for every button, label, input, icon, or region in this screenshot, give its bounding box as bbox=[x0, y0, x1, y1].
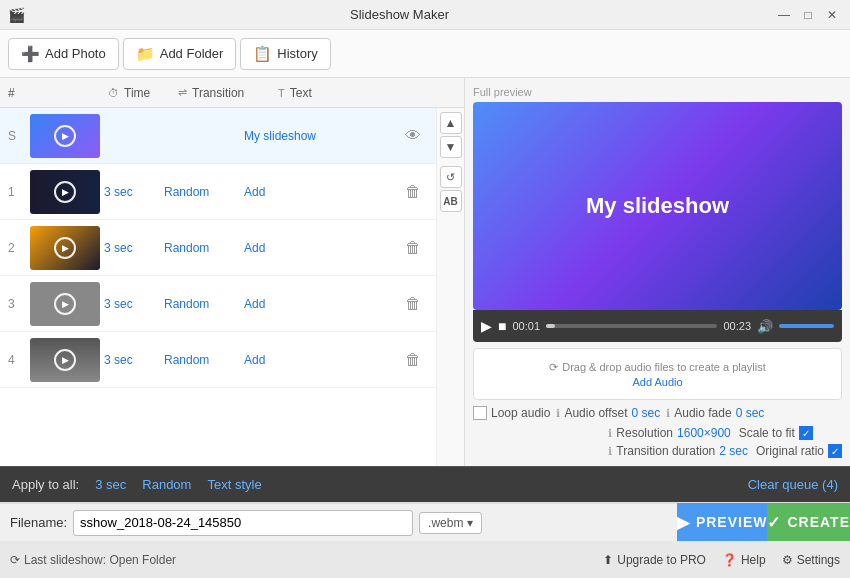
col-header-num: # bbox=[8, 86, 38, 100]
upgrade-to-pro-button[interactable]: ⬆ Upgrade to PRO bbox=[603, 553, 706, 567]
scale-to-fit-checkbox[interactable]: ✓ bbox=[799, 426, 813, 440]
original-ratio-checkbox[interactable]: ✓ bbox=[828, 444, 842, 458]
apply-label: Apply to all: bbox=[12, 477, 79, 492]
apply-bar: Apply to all: 3 sec Random Text style Cl… bbox=[0, 466, 850, 502]
slide-time[interactable]: 3 sec bbox=[104, 241, 164, 255]
ab-icon-button[interactable]: AB bbox=[440, 190, 462, 212]
create-label: CREATE bbox=[787, 514, 850, 530]
audio-offset-value[interactable]: 0 sec bbox=[632, 406, 661, 420]
settings-button[interactable]: ⚙ Settings bbox=[782, 553, 840, 567]
window-controls: — □ ✕ bbox=[774, 5, 842, 25]
text-header-icon: T bbox=[278, 87, 285, 99]
audio-drag-text: ⟳ Drag & drop audio files to create a pl… bbox=[549, 361, 766, 374]
toolbar: ➕ Add Photo 📁 Add Folder 📋 History bbox=[0, 30, 850, 78]
ext-dropdown-icon: ▾ bbox=[467, 516, 473, 530]
audio-fade-value[interactable]: 0 sec bbox=[736, 406, 765, 420]
status-bar: ⟳ Last slideshow: Open Folder ⬆ Upgrade … bbox=[0, 540, 850, 578]
preview-title: My slideshow bbox=[586, 193, 729, 219]
loop-audio-checkbox[interactable] bbox=[473, 406, 487, 420]
transition-duration-info-icon[interactable]: ℹ bbox=[608, 445, 612, 458]
slide-transition[interactable]: Random bbox=[164, 185, 244, 199]
delete-slide-icon[interactable]: 🗑 bbox=[398, 351, 428, 369]
minimize-button[interactable]: — bbox=[774, 5, 794, 25]
slide-transition[interactable]: Random bbox=[164, 353, 244, 367]
move-up-button[interactable]: ▲ bbox=[440, 112, 462, 134]
slide-text[interactable]: My slideshow bbox=[244, 129, 398, 143]
slide-preview-icon[interactable]: 👁 bbox=[398, 127, 428, 145]
slide-number: 4 bbox=[8, 353, 30, 367]
slide-thumbnail: ▶ bbox=[30, 282, 100, 326]
resolution-value[interactable]: 1600×900 bbox=[677, 426, 731, 440]
resolution-info-icon[interactable]: ℹ bbox=[608, 427, 612, 440]
slide-text[interactable]: Add bbox=[244, 353, 398, 367]
action-buttons: ▶ PREVIEW ✓ CREATE bbox=[677, 503, 850, 541]
volume-icon[interactable]: 🔊 bbox=[757, 319, 773, 334]
progress-bar[interactable] bbox=[546, 324, 717, 328]
history-button[interactable]: 📋 History bbox=[240, 38, 330, 70]
preview-container: My slideshow ▶ ■ 00:01 00:23 🔊 bbox=[473, 102, 842, 342]
slide-text[interactable]: Add bbox=[244, 241, 398, 255]
slide-text[interactable]: Add bbox=[244, 185, 398, 199]
volume-bar[interactable] bbox=[779, 324, 834, 328]
app-icon: 🎬 bbox=[8, 7, 25, 23]
slide-time[interactable]: 3 sec bbox=[104, 185, 164, 199]
help-button[interactable]: ❓ Help bbox=[722, 553, 766, 567]
audio-drag-icon: ⟳ bbox=[549, 361, 558, 374]
slide-transition[interactable]: Random bbox=[164, 297, 244, 311]
thumb-play-icon: ▶ bbox=[54, 293, 76, 315]
slide-thumbnail: ▶ bbox=[30, 226, 100, 270]
original-ratio-label: Original ratio bbox=[756, 444, 824, 458]
add-photo-button[interactable]: ➕ Add Photo bbox=[8, 38, 119, 70]
delete-slide-icon[interactable]: 🗑 bbox=[398, 295, 428, 313]
slide-number: 2 bbox=[8, 241, 30, 255]
maximize-button[interactable]: □ bbox=[798, 5, 818, 25]
add-audio-link[interactable]: Add Audio bbox=[632, 376, 682, 388]
slide-number: 1 bbox=[8, 185, 30, 199]
audio-fade-info-icon[interactable]: ℹ bbox=[666, 407, 670, 420]
slide-reorder-controls: ▲ ▼ ↺ AB bbox=[436, 108, 464, 466]
delete-slide-icon[interactable]: 🗑 bbox=[398, 239, 428, 257]
clear-queue-link[interactable]: Clear queue (4) bbox=[748, 477, 838, 492]
add-folder-icon: 📁 bbox=[136, 45, 155, 63]
create-check-icon: ✓ bbox=[767, 513, 781, 532]
apply-time[interactable]: 3 sec bbox=[95, 477, 126, 492]
preview-play-icon: ▶ bbox=[677, 513, 690, 532]
table-row: 2 ▶ 3 sec Random Add 🗑 bbox=[0, 220, 436, 276]
add-folder-label: Add Folder bbox=[160, 46, 224, 61]
slide-time[interactable]: 3 sec bbox=[104, 353, 164, 367]
create-button[interactable]: ✓ CREATE bbox=[767, 503, 850, 541]
add-folder-button[interactable]: 📁 Add Folder bbox=[123, 38, 237, 70]
transition-duration-label: Transition duration bbox=[616, 444, 715, 458]
slide-text[interactable]: Add bbox=[244, 297, 398, 311]
filename-label: Filename: bbox=[10, 515, 67, 530]
preview-label: Full preview bbox=[473, 86, 842, 98]
filename-input[interactable] bbox=[73, 510, 413, 536]
apply-text-style[interactable]: Text style bbox=[207, 477, 261, 492]
slide-time[interactable]: 3 sec bbox=[104, 297, 164, 311]
preview-label: PREVIEW bbox=[696, 514, 768, 530]
right-panel: Full preview My slideshow ▶ ■ 00:01 00:2… bbox=[465, 78, 850, 466]
slides-list-wrapper: S ▶ My slideshow 👁 1 ▶ 3 sec Ra bbox=[0, 108, 464, 466]
add-photo-label: Add Photo bbox=[45, 46, 106, 61]
reverse-order-button[interactable]: ↺ bbox=[440, 166, 462, 188]
thumb-play-icon: ▶ bbox=[54, 125, 76, 147]
audio-offset-setting: ℹ Audio offset 0 sec bbox=[556, 406, 660, 420]
audio-offset-info-icon[interactable]: ℹ bbox=[556, 407, 560, 420]
transition-header-icon: ⇌ bbox=[178, 86, 187, 99]
current-time: 00:01 bbox=[512, 320, 540, 332]
extension-selector[interactable]: .webm ▾ bbox=[419, 512, 482, 534]
resolution-setting: ℹ Resolution 1600×900 bbox=[608, 426, 730, 440]
play-button[interactable]: ▶ bbox=[481, 318, 492, 334]
stop-button[interactable]: ■ bbox=[498, 318, 506, 334]
close-button[interactable]: ✕ bbox=[822, 5, 842, 25]
settings-right: ℹ Resolution 1600×900 Scale to fit ✓ ℹ T… bbox=[608, 426, 842, 458]
apply-transition[interactable]: Random bbox=[142, 477, 191, 492]
transition-duration-value[interactable]: 2 sec bbox=[719, 444, 748, 458]
move-down-button[interactable]: ▼ bbox=[440, 136, 462, 158]
slide-number: S bbox=[8, 129, 30, 143]
slide-transition[interactable]: Random bbox=[164, 241, 244, 255]
history-label: History bbox=[277, 46, 317, 61]
preview-button[interactable]: ▶ PREVIEW bbox=[677, 503, 768, 541]
app-title: Slideshow Maker bbox=[25, 7, 774, 22]
delete-slide-icon[interactable]: 🗑 bbox=[398, 183, 428, 201]
